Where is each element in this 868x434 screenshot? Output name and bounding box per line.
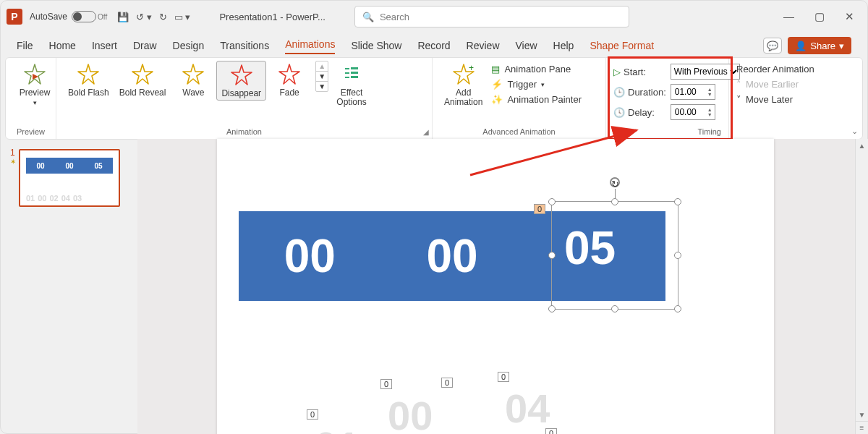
autosave-state: Off xyxy=(98,13,107,21)
trigger-button[interactable]: ⚡Trigger▾ xyxy=(491,79,582,90)
preview-icon xyxy=(22,62,47,87)
star-icon xyxy=(76,62,101,87)
vertical-scrollbar[interactable]: ▲ ▼ ≡ xyxy=(855,139,868,434)
resize-handle[interactable] xyxy=(548,198,556,205)
ghost-number[interactable]: 04 xyxy=(505,385,550,432)
tab-home[interactable]: Home xyxy=(49,40,76,54)
document-title: Presentation1 - PowerP... xyxy=(219,12,325,22)
trigger-icon: ⚡ xyxy=(491,79,503,90)
slide-thumbnail[interactable]: 000005 0100020403 xyxy=(19,149,120,207)
chevron-down-icon: ˅ xyxy=(736,94,741,105)
tab-shape-format[interactable]: Shape Format xyxy=(590,40,654,54)
effect-options-button[interactable]: Effect Options xyxy=(330,61,373,109)
share-button[interactable]: 👤 Share ▾ xyxy=(788,37,851,54)
close-icon[interactable]: ✕ xyxy=(845,10,854,23)
thumbnail-pane[interactable]: 1 ✶ 000005 0100020403 xyxy=(0,139,137,434)
tab-record[interactable]: Record xyxy=(417,40,450,54)
animation-pane-icon: ▤ xyxy=(491,64,500,75)
spin-up-icon[interactable]: ▲ xyxy=(707,87,712,92)
svg-rect-5 xyxy=(351,76,358,78)
effect-options-label: Effect Options xyxy=(336,88,366,107)
timer-hours: 00 xyxy=(284,229,336,283)
dialog-launcher-icon[interactable]: ◢ xyxy=(423,128,429,136)
duration-input[interactable]: ▲▼ xyxy=(671,84,715,100)
add-animation-label: Add Animation xyxy=(444,88,482,107)
effect-bold-reveal[interactable]: Bold Reveal xyxy=(115,61,171,101)
animation-order-tag[interactable]: 0 xyxy=(534,204,545,214)
save-icon[interactable]: 💾 xyxy=(117,12,129,22)
group-label-timing: Timing xyxy=(613,127,721,137)
ghost-number[interactable]: 00 xyxy=(388,392,433,434)
preview-label: Preview xyxy=(20,88,51,98)
spin-up-icon[interactable]: ▲ xyxy=(707,107,712,112)
share-icon: 👤 xyxy=(795,41,807,51)
resize-handle[interactable] xyxy=(611,305,618,312)
undo-icon[interactable]: ↺ ▾ xyxy=(136,12,152,22)
animation-order-tag[interactable]: 0 xyxy=(498,372,509,382)
scroll-end-icon[interactable]: ≡ xyxy=(856,421,868,434)
tab-view[interactable]: View xyxy=(516,40,537,54)
title-bar: P AutoSave Off 💾 ↺ ▾ ↻ ▭ ▾ Presentation1… xyxy=(1,1,867,33)
tab-draw[interactable]: Draw xyxy=(133,40,157,54)
gallery-more-icon[interactable]: ▼ xyxy=(316,82,328,91)
comments-button[interactable]: 💬 xyxy=(763,38,782,54)
add-animation-button[interactable]: + Add Animation xyxy=(440,61,487,109)
tab-insert[interactable]: Insert xyxy=(92,40,117,54)
start-label: ▷Start: xyxy=(613,67,666,77)
gallery-up-icon[interactable]: ▲ xyxy=(316,61,328,72)
effect-wave[interactable]: Wave xyxy=(171,61,215,101)
maximize-icon[interactable]: ▢ xyxy=(814,10,825,23)
move-later-button[interactable]: ˅Move Later xyxy=(736,94,814,105)
effect-fade[interactable]: Fade xyxy=(268,61,311,101)
resize-handle[interactable] xyxy=(548,252,556,259)
tab-design[interactable]: Design xyxy=(173,40,205,54)
slide-canvas[interactable]: 00 00 05 ↻ 05 0 01 000 00204 003 00 xyxy=(217,139,774,434)
search-placeholder: Search xyxy=(380,12,409,22)
effect-options-icon xyxy=(341,62,362,87)
tab-slideshow[interactable]: Slide Show xyxy=(351,40,401,54)
delay-label: 🕓Delay: xyxy=(613,107,666,118)
ghost-number[interactable]: 01 xyxy=(315,422,359,434)
tab-review[interactable]: Review xyxy=(467,40,500,54)
animation-order-tag[interactable]: 0 xyxy=(441,378,453,388)
animation-order-tag[interactable]: 0 xyxy=(307,409,318,420)
delay-input[interactable]: ▲▼ xyxy=(671,104,715,120)
slideshow-icon[interactable]: ▭ ▾ xyxy=(174,12,191,22)
resize-handle[interactable] xyxy=(548,305,556,312)
slide-canvas-area[interactable]: 00 00 05 ↻ 05 0 01 000 00204 003 00 xyxy=(137,139,868,434)
spin-down-icon[interactable]: ▼ xyxy=(707,112,712,117)
animation-pane-button[interactable]: ▤Animation Pane xyxy=(491,64,582,75)
animation-painter-button[interactable]: ✨Animation Painter xyxy=(491,94,582,105)
search-box[interactable]: 🔍 Search xyxy=(354,6,629,27)
timer-seconds[interactable]: 05 xyxy=(564,221,616,275)
resize-handle[interactable] xyxy=(611,198,618,205)
tab-animations[interactable]: Animations xyxy=(285,38,335,54)
group-animation: Bold FlashBold RevealWaveDisappearFade ▲… xyxy=(56,58,433,139)
group-timing: ▷Start: With Previous 🕒Duration: ▲▼ 🕓Del… xyxy=(606,58,729,139)
tab-help[interactable]: Help xyxy=(553,40,574,54)
collapse-ribbon-icon[interactable]: ⌄ xyxy=(851,127,858,136)
gallery-down-icon[interactable]: ▼ xyxy=(316,72,328,82)
animation-order-tag[interactable]: 0 xyxy=(545,428,557,434)
add-animation-icon: + xyxy=(451,62,476,87)
spin-down-icon[interactable]: ▼ xyxy=(707,92,712,97)
tab-transitions[interactable]: Transitions xyxy=(220,40,269,54)
redo-icon[interactable]: ↻ xyxy=(159,12,167,22)
animation-order-tag[interactable]: 0 xyxy=(380,379,392,389)
autosave-toggle[interactable]: AutoSave Off xyxy=(30,11,107,22)
minimize-icon[interactable]: — xyxy=(783,10,794,23)
effect-bold-flash[interactable]: Bold Flash xyxy=(64,61,114,101)
move-earlier-button[interactable]: ˄Move Earlier xyxy=(736,79,814,90)
star-icon xyxy=(229,63,254,88)
resize-handle[interactable] xyxy=(674,305,681,312)
resize-handle[interactable] xyxy=(674,198,681,205)
resize-handle[interactable] xyxy=(674,252,681,259)
effect-disappear[interactable]: Disappear xyxy=(216,61,266,101)
star-icon xyxy=(277,62,302,87)
scroll-down-icon[interactable]: ▼ xyxy=(856,408,868,421)
tab-file[interactable]: File xyxy=(17,40,33,54)
rotate-handle-icon[interactable]: ↻ xyxy=(610,177,620,187)
preview-button[interactable]: Preview ▾ xyxy=(13,61,56,108)
scroll-up-icon[interactable]: ▲ xyxy=(856,139,868,152)
toggle-icon[interactable] xyxy=(72,11,96,22)
